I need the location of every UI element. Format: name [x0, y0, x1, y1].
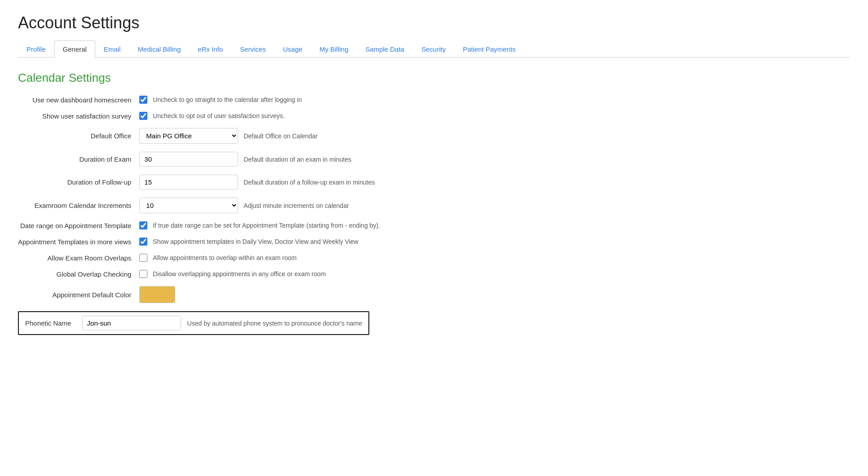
dashboard-homescreen-control: Uncheck to go straight to the calendar a…	[139, 96, 467, 104]
global-overlap-control: Disallow overlapping appointments in any…	[139, 270, 467, 278]
duration-exam-control: Default duration of an exam in minutes	[139, 152, 467, 167]
tab-sample-data[interactable]: Sample Data	[357, 40, 413, 57]
tab-medical-billing[interactable]: Medical Billing	[129, 40, 189, 57]
appt-color-control	[139, 286, 467, 303]
dashboard-homescreen-label: Use new dashboard homescreen	[18, 96, 139, 104]
tab-email[interactable]: Email	[95, 40, 129, 57]
examroom-increments-select[interactable]: 5 10 15 20 30	[139, 198, 238, 213]
exam-overlaps-checkbox[interactable]	[139, 254, 147, 262]
appt-templates-views-label: Appointment Templates in more views	[18, 238, 139, 246]
section-title: Calendar Settings	[18, 71, 850, 85]
satisfaction-survey-label: Show user satisfaction survey	[18, 112, 139, 120]
duration-exam-hint: Default duration of an exam in minutes	[244, 156, 351, 163]
tab-patient-payments[interactable]: Patient Payments	[454, 40, 524, 57]
default-office-label: Default Office	[18, 132, 139, 140]
dashboard-homescreen-checkbox[interactable]	[139, 96, 147, 104]
duration-followup-hint: Default duration of a follow-up exam in …	[244, 179, 375, 186]
date-range-control: If true date range can be set for Appoin…	[139, 221, 467, 229]
appt-color-label: Appointment Default Color	[18, 291, 139, 299]
page-title: Account Settings	[18, 13, 850, 32]
exam-overlaps-control: Allow appointments to overlap within an …	[139, 254, 467, 262]
duration-exam-label: Duration of Exam	[18, 155, 139, 163]
dashboard-homescreen-hint: Uncheck to go straight to the calendar a…	[153, 96, 302, 103]
date-range-hint: If true date range can be set for Appoin…	[153, 222, 380, 229]
tab-security[interactable]: Security	[413, 40, 454, 57]
phonetic-name-label: Phonetic Name	[25, 319, 76, 327]
phonetic-name-wrapper: Phonetic Name Used by automated phone sy…	[18, 311, 369, 335]
duration-followup-label: Duration of Follow-up	[18, 178, 139, 186]
examroom-increments-label: Examroom Calendar Increments	[18, 202, 139, 209]
tab-bar: Profile General Email Medical Billing eR…	[18, 40, 850, 57]
tab-erx-info[interactable]: eRx Info	[189, 40, 231, 57]
default-office-control: Main PG Office Other Office Default Offi…	[139, 128, 467, 144]
appt-templates-views-control: Show appointment templates in Daily View…	[139, 238, 467, 246]
satisfaction-survey-hint: Uncheck to opt out of user satisfaction …	[153, 112, 284, 119]
tab-my-billing[interactable]: My Billing	[311, 40, 357, 57]
examroom-increments-hint: Adjust minute increments on calendar	[244, 202, 349, 209]
default-office-hint: Default Office on Calendar	[244, 132, 318, 140]
tab-general[interactable]: General	[54, 40, 95, 57]
tab-profile[interactable]: Profile	[18, 40, 54, 57]
phonetic-name-input[interactable]	[82, 316, 181, 331]
global-overlap-label: Global Overlap Checking	[18, 270, 139, 278]
tab-services[interactable]: Services	[231, 40, 275, 57]
global-overlap-checkbox[interactable]	[139, 270, 147, 278]
exam-overlaps-hint: Allow appointments to overlap within an …	[153, 254, 297, 261]
duration-followup-control: Default duration of a follow-up exam in …	[139, 175, 467, 190]
duration-followup-input[interactable]	[139, 175, 238, 190]
satisfaction-survey-checkbox[interactable]	[139, 112, 147, 120]
settings-grid: Use new dashboard homescreen Uncheck to …	[18, 96, 467, 335]
satisfaction-survey-control: Uncheck to opt out of user satisfaction …	[139, 112, 467, 120]
phonetic-name-hint: Used by automated phone system to pronou…	[187, 320, 362, 327]
date-range-checkbox[interactable]	[139, 221, 147, 229]
appt-templates-views-checkbox[interactable]	[139, 238, 147, 246]
exam-overlaps-label: Allow Exam Room Overlaps	[18, 254, 139, 262]
global-overlap-hint: Disallow overlapping appointments in any…	[153, 270, 326, 278]
color-swatch[interactable]	[139, 286, 175, 303]
examroom-increments-control: 5 10 15 20 30 Adjust minute increments o…	[139, 198, 467, 213]
duration-exam-input[interactable]	[139, 152, 238, 167]
phonetic-name-label-outer: Phonetic Name Used by automated phone sy…	[18, 311, 467, 335]
default-office-select[interactable]: Main PG Office Other Office	[139, 128, 238, 144]
date-range-label: Date range on Appointment Template	[18, 222, 139, 229]
tab-usage[interactable]: Usage	[275, 40, 311, 57]
appt-templates-views-hint: Show appointment templates in Daily View…	[153, 238, 358, 245]
